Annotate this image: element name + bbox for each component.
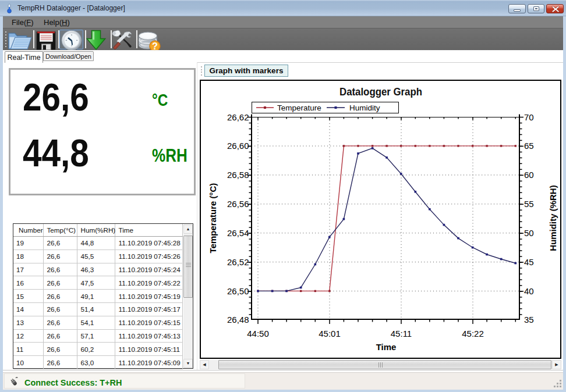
svg-text:Humidity: Humidity (349, 104, 380, 112)
svg-text:45:11: 45:11 (391, 329, 412, 338)
svg-text:26,54: 26,54 (227, 228, 249, 238)
svg-text:70: 70 (524, 112, 534, 122)
svg-text:26,48: 26,48 (227, 315, 249, 325)
svg-text:26,52: 26,52 (227, 257, 249, 267)
svg-text:26,50: 26,50 (227, 286, 249, 296)
svg-text:26,62: 26,62 (227, 112, 249, 122)
svg-text:40: 40 (524, 286, 534, 296)
svg-text:44:50: 44:50 (247, 329, 269, 338)
svg-text:Datalogger Graph: Datalogger Graph (339, 85, 422, 98)
svg-text:65: 65 (524, 141, 534, 151)
svg-text:Temperature (°C): Temperature (°C) (208, 183, 218, 254)
svg-text:Temperature: Temperature (277, 104, 321, 112)
svg-text:26,60: 26,60 (227, 141, 249, 151)
svg-text:45: 45 (524, 257, 534, 267)
svg-text:50: 50 (524, 228, 534, 238)
svg-text:60: 60 (524, 170, 534, 180)
svg-text:26,56: 26,56 (227, 199, 249, 209)
svg-text:45:22: 45:22 (462, 329, 484, 338)
svg-text:45:01: 45:01 (319, 329, 341, 338)
svg-text:55: 55 (524, 199, 534, 209)
svg-text:35: 35 (524, 315, 534, 325)
svg-text:Humidity (%RH): Humidity (%RH) (548, 185, 558, 251)
svg-text:Time: Time (376, 342, 397, 352)
svg-text:26,58: 26,58 (227, 170, 249, 180)
